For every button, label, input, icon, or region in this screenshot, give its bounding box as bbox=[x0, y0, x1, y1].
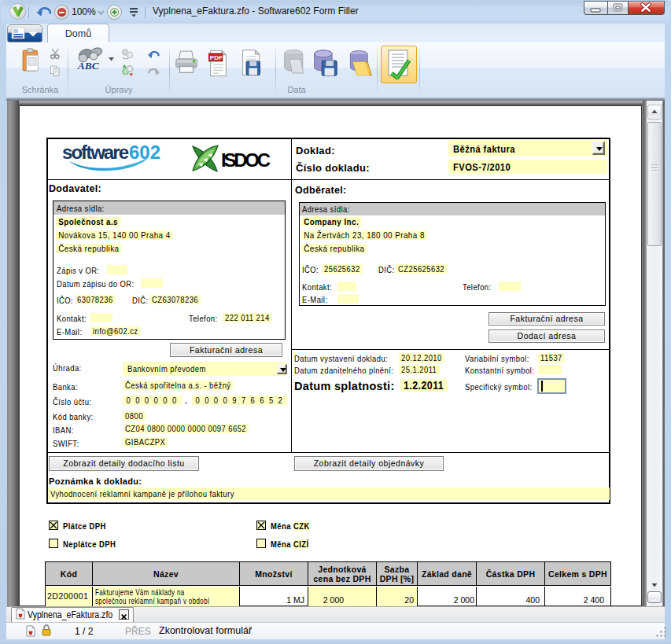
svg-text:software: software bbox=[62, 142, 129, 163]
svg-text:ISDOC: ISDOC bbox=[221, 149, 271, 171]
svg-text:PDF: PDF bbox=[210, 54, 223, 61]
svg-text:ABC: ABC bbox=[77, 60, 100, 72]
